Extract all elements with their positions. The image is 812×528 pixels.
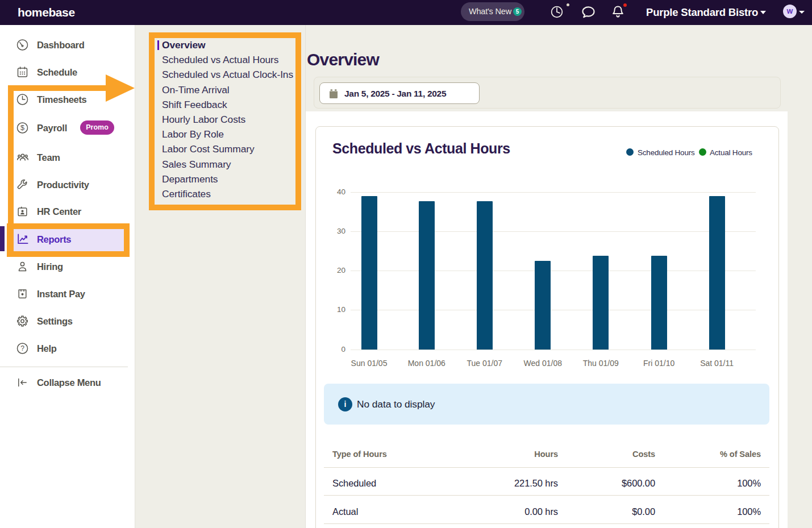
svg-text:?: ?	[20, 344, 24, 352]
svg-text:$: $	[20, 124, 24, 132]
